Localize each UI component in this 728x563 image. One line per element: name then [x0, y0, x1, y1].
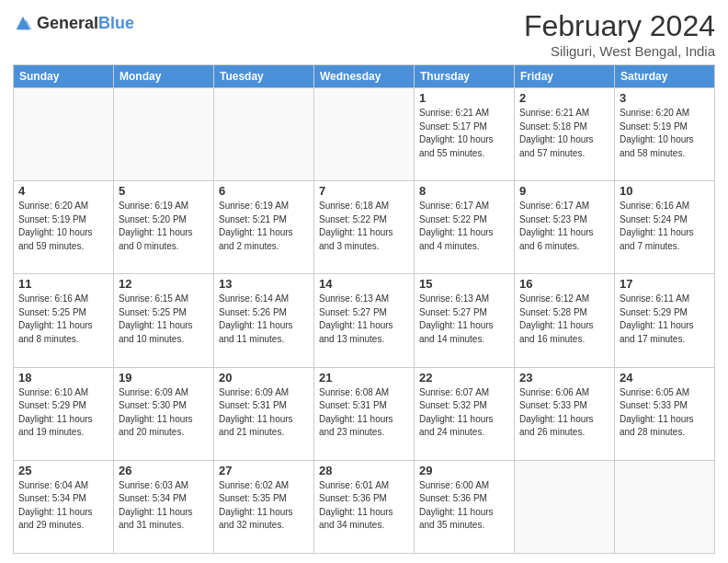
title-block: February 2024 Siliguri, West Bengal, Ind…: [524, 9, 715, 59]
day-cell: 14Sunrise: 6:13 AM Sunset: 5:27 PM Dayli…: [314, 274, 415, 367]
day-cell: 1Sunrise: 6:21 AM Sunset: 5:17 PM Daylig…: [415, 88, 515, 181]
day-info: Sunrise: 6:19 AM Sunset: 5:20 PM Dayligh…: [119, 200, 209, 253]
day-info: Sunrise: 6:19 AM Sunset: 5:21 PM Dayligh…: [219, 200, 309, 253]
day-info: Sunrise: 6:03 AM Sunset: 5:34 PM Dayligh…: [119, 479, 209, 533]
weekday-monday: Monday: [114, 65, 214, 88]
day-info: Sunrise: 6:10 AM Sunset: 5:29 PM Dayligh…: [18, 386, 108, 440]
day-cell: 29Sunrise: 6:00 AM Sunset: 5:36 PM Dayli…: [415, 460, 515, 553]
day-cell: 17Sunrise: 6:11 AM Sunset: 5:29 PM Dayli…: [615, 274, 715, 367]
week-row-2: 11Sunrise: 6:16 AM Sunset: 5:25 PM Dayli…: [14, 274, 715, 367]
calendar-title: February 2024: [524, 9, 715, 43]
day-number: 18: [18, 371, 108, 385]
day-number: 29: [419, 464, 509, 477]
weekday-tuesday: Tuesday: [214, 65, 314, 88]
day-info: Sunrise: 6:15 AM Sunset: 5:25 PM Dayligh…: [119, 293, 209, 346]
day-number: 24: [620, 371, 710, 385]
day-cell: 11Sunrise: 6:16 AM Sunset: 5:25 PM Dayli…: [14, 274, 114, 367]
day-cell: 28Sunrise: 6:01 AM Sunset: 5:36 PM Dayli…: [314, 460, 415, 553]
day-number: 3: [620, 91, 710, 105]
day-number: 8: [419, 184, 509, 198]
day-cell: 9Sunrise: 6:17 AM Sunset: 5:23 PM Daylig…: [515, 181, 615, 274]
day-number: 17: [620, 277, 710, 291]
day-cell: 7Sunrise: 6:18 AM Sunset: 5:22 PM Daylig…: [314, 181, 415, 274]
day-cell: 26Sunrise: 6:03 AM Sunset: 5:34 PM Dayli…: [114, 460, 214, 553]
week-row-3: 18Sunrise: 6:10 AM Sunset: 5:29 PM Dayli…: [14, 367, 715, 460]
header: General Blue February 2024 Siliguri, Wes…: [13, 9, 715, 59]
day-cell: 10Sunrise: 6:16 AM Sunset: 5:24 PM Dayli…: [615, 181, 715, 274]
day-cell: 15Sunrise: 6:13 AM Sunset: 5:27 PM Dayli…: [415, 274, 515, 367]
day-number: 6: [219, 184, 309, 198]
logo-text: General Blue: [37, 15, 134, 31]
day-number: 22: [419, 371, 509, 385]
day-cell: 19Sunrise: 6:09 AM Sunset: 5:30 PM Dayli…: [114, 367, 214, 460]
day-info: Sunrise: 6:18 AM Sunset: 5:22 PM Dayligh…: [319, 200, 409, 253]
day-number: 13: [219, 277, 309, 291]
weekday-sunday: Sunday: [14, 65, 114, 88]
day-info: Sunrise: 6:01 AM Sunset: 5:36 PM Dayligh…: [319, 479, 409, 533]
day-info: Sunrise: 6:09 AM Sunset: 5:31 PM Dayligh…: [219, 386, 309, 440]
day-number: 7: [319, 184, 409, 198]
day-cell: 22Sunrise: 6:07 AM Sunset: 5:32 PM Dayli…: [415, 367, 515, 460]
day-number: 19: [119, 371, 209, 385]
day-cell: [14, 88, 114, 181]
day-info: Sunrise: 6:17 AM Sunset: 5:22 PM Dayligh…: [419, 200, 509, 253]
day-cell: 4Sunrise: 6:20 AM Sunset: 5:19 PM Daylig…: [14, 181, 114, 274]
weekday-thursday: Thursday: [415, 65, 515, 88]
day-number: 11: [18, 277, 108, 291]
day-info: Sunrise: 6:05 AM Sunset: 5:33 PM Dayligh…: [620, 386, 710, 440]
day-number: 4: [18, 184, 108, 198]
day-cell: 12Sunrise: 6:15 AM Sunset: 5:25 PM Dayli…: [114, 274, 214, 367]
day-cell: 2Sunrise: 6:21 AM Sunset: 5:18 PM Daylig…: [515, 88, 615, 181]
logo-blue: Blue: [98, 15, 134, 31]
day-number: 16: [519, 277, 609, 291]
day-info: Sunrise: 6:09 AM Sunset: 5:30 PM Dayligh…: [119, 386, 209, 440]
day-cell: [615, 460, 715, 553]
day-cell: 8Sunrise: 6:17 AM Sunset: 5:22 PM Daylig…: [415, 181, 515, 274]
day-cell: [515, 460, 615, 553]
day-number: 27: [219, 464, 309, 477]
calendar-table: SundayMondayTuesdayWednesdayThursdayFrid…: [13, 64, 715, 554]
day-cell: 6Sunrise: 6:19 AM Sunset: 5:21 PM Daylig…: [214, 181, 314, 274]
day-cell: 3Sunrise: 6:20 AM Sunset: 5:19 PM Daylig…: [615, 88, 715, 181]
day-number: 10: [620, 184, 710, 198]
day-info: Sunrise: 6:14 AM Sunset: 5:26 PM Dayligh…: [219, 293, 309, 346]
day-cell: [114, 88, 214, 181]
day-info: Sunrise: 6:11 AM Sunset: 5:29 PM Dayligh…: [620, 293, 710, 346]
day-number: 23: [519, 371, 609, 385]
day-info: Sunrise: 6:16 AM Sunset: 5:25 PM Dayligh…: [18, 293, 108, 346]
day-cell: [314, 88, 415, 181]
day-cell: 18Sunrise: 6:10 AM Sunset: 5:29 PM Dayli…: [14, 367, 114, 460]
day-info: Sunrise: 6:02 AM Sunset: 5:35 PM Dayligh…: [219, 479, 309, 533]
day-info: Sunrise: 6:20 AM Sunset: 5:19 PM Dayligh…: [18, 200, 108, 253]
day-cell: 16Sunrise: 6:12 AM Sunset: 5:28 PM Dayli…: [515, 274, 615, 367]
day-number: 15: [419, 277, 509, 291]
week-row-4: 25Sunrise: 6:04 AM Sunset: 5:34 PM Dayli…: [14, 460, 715, 553]
day-info: Sunrise: 6:21 AM Sunset: 5:18 PM Dayligh…: [519, 107, 609, 160]
day-info: Sunrise: 6:00 AM Sunset: 5:36 PM Dayligh…: [419, 479, 509, 533]
day-info: Sunrise: 6:13 AM Sunset: 5:27 PM Dayligh…: [319, 293, 409, 346]
logo: General Blue: [13, 13, 134, 33]
day-number: 12: [119, 277, 209, 291]
day-number: 26: [119, 464, 209, 477]
day-number: 2: [519, 91, 609, 105]
day-info: Sunrise: 6:08 AM Sunset: 5:31 PM Dayligh…: [319, 386, 409, 440]
weekday-saturday: Saturday: [615, 65, 715, 88]
week-row-0: 1Sunrise: 6:21 AM Sunset: 5:17 PM Daylig…: [14, 88, 715, 181]
day-cell: 20Sunrise: 6:09 AM Sunset: 5:31 PM Dayli…: [214, 367, 314, 460]
day-cell: 27Sunrise: 6:02 AM Sunset: 5:35 PM Dayli…: [214, 460, 314, 553]
day-info: Sunrise: 6:12 AM Sunset: 5:28 PM Dayligh…: [519, 293, 609, 346]
day-number: 9: [519, 184, 609, 198]
day-number: 1: [419, 91, 509, 105]
day-number: 20: [219, 371, 309, 385]
day-cell: 23Sunrise: 6:06 AM Sunset: 5:33 PM Dayli…: [515, 367, 615, 460]
weekday-wednesday: Wednesday: [314, 65, 415, 88]
day-number: 21: [319, 371, 409, 385]
day-info: Sunrise: 6:07 AM Sunset: 5:32 PM Dayligh…: [419, 386, 509, 440]
page: General Blue February 2024 Siliguri, Wes…: [0, 0, 728, 563]
day-number: 5: [119, 184, 209, 198]
weekday-friday: Friday: [515, 65, 615, 88]
weekday-header-row: SundayMondayTuesdayWednesdayThursdayFrid…: [14, 65, 715, 88]
day-info: Sunrise: 6:16 AM Sunset: 5:24 PM Dayligh…: [620, 200, 710, 253]
day-number: 25: [18, 464, 108, 477]
logo-general: General: [37, 15, 98, 31]
